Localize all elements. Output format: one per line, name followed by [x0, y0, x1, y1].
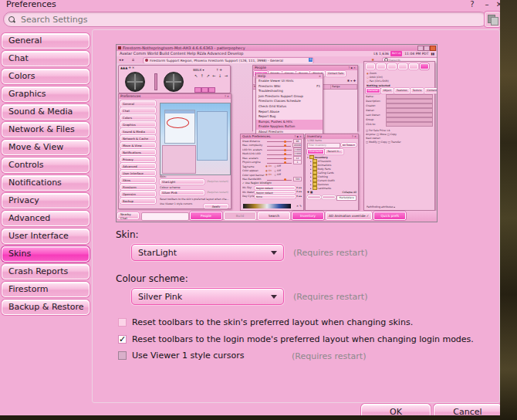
taskbar-button: Inventory	[292, 212, 324, 220]
marketplace-button: Marketplace	[336, 195, 356, 201]
preview-menubar: Avatar Comm World Build Content Help RLV…	[117, 51, 437, 56]
people-title: People	[255, 66, 266, 70]
sidebar-item[interactable]: Backup & Restore	[2, 300, 90, 315]
sidebar-item[interactable]: Advanced	[2, 211, 90, 226]
reset-toolbars-skin-label: Reset toolbars to the skin's preferred l…	[132, 317, 413, 327]
mini-sidebar-item: User Interface	[120, 170, 156, 176]
skin-preview-image: Firestorm-Nothspringtsom-Mot-AH3 4.6.6.6…	[116, 44, 438, 222]
buy-lindens-button: BUY L$	[390, 51, 402, 56]
preview-app-icon	[118, 46, 121, 49]
mini-sidebar-item: Sound & Media	[120, 128, 156, 134]
preview-titlebar: Firestorm-Nothspringtsom-Mot-AH3 4.6.6.6…	[117, 45, 438, 51]
help-menu-item: Join Firestorm Support Group	[256, 94, 323, 100]
mini-prefs-sidebar: GeneralChatColorsGraphicsSound & MediaNe…	[120, 100, 156, 204]
minimize-button[interactable]: –	[482, 0, 492, 8]
permission-line: □ Modify □ Copy □ Transfer	[366, 140, 433, 144]
taskbar-button: Build	[224, 212, 256, 220]
inventory-filter: Filter Inventory	[307, 143, 340, 148]
copy-settings-button[interactable]	[484, 11, 502, 28]
search-input[interactable]	[19, 14, 482, 25]
viewer1-cursors-label: Use Viewer 1 style cursors	[132, 351, 245, 361]
mini-sidebar-item: Firestorm	[120, 184, 156, 190]
help-menu-item: Enable Spyglass Button	[256, 124, 323, 130]
scheme-label: Colour scheme:	[116, 273, 188, 284]
people-column: Range	[331, 85, 357, 89]
sidebar-item[interactable]: Chat	[2, 51, 90, 66]
sidebar: General Chat Colors Graphics Sound & Med…	[2, 33, 90, 315]
mini-sidebar-item: Skins	[120, 177, 156, 183]
chevron-down-icon	[271, 295, 277, 299]
skin-label: Skin:	[116, 229, 139, 240]
sidebar-item[interactable]: General	[2, 33, 90, 49]
sidebar-item[interactable]: Controls	[2, 158, 90, 173]
windlight-dropdown: WL Sky: Region default ▾ ◂ ▸	[241, 186, 303, 191]
preferences-window: Preferences ? – ✕ General Chat Colors Gr…	[0, 0, 517, 420]
folder-icon	[313, 186, 317, 190]
mini-sidebar-item: Advanced	[120, 163, 156, 169]
clock: 11:04 PM PDT	[402, 51, 431, 56]
nearby-chat-button: Nearby Chat	[117, 212, 139, 219]
reset-toolbars-login-checkbox[interactable]: ✓	[118, 335, 127, 344]
edit-tools-panel: ◉Zoom ○Orbit (Ctrl) ○Pan (Ctrl+Shift) No…	[363, 61, 435, 211]
mini-preferences-window: Preferences? ✕ GeneralChatColorsGraphics…	[118, 93, 231, 209]
pan-pad	[164, 72, 184, 92]
sidebar-item[interactable]: Colors	[2, 69, 90, 84]
mini-apply-button: Apply	[204, 204, 228, 208]
reset-toolbars-skin-checkbox[interactable]	[118, 318, 127, 327]
sidebar-item[interactable]: Skins	[2, 246, 90, 262]
search-bar[interactable]	[3, 12, 488, 27]
edit-field: Click to:	[366, 122, 433, 127]
help-menu-item: Check Grid Status	[256, 104, 323, 110]
mini-sidebar-item: Colors	[120, 114, 156, 120]
inventory-panel: Inventory? ✕ 1,582 items Filter Inventor…	[305, 134, 359, 211]
help-menu-item: Troubleshooting	[256, 89, 323, 94]
nested-preview	[160, 103, 231, 175]
pathfinding-label: Pathfinding attributes ▴	[367, 205, 395, 208]
sidebar-item[interactable]: Move & View	[2, 140, 90, 155]
maturity-badge: G	[309, 58, 313, 62]
move-arrows: ↖ ↑ ↗ ← ↓ → ↙ ↘	[194, 73, 230, 78]
sidebar-item[interactable]: User Interface	[2, 229, 90, 244]
scheme-restart-note: (Requires restart)	[293, 292, 367, 302]
edit-tab: Features	[394, 88, 410, 93]
windlight-dropdown: Day Cycle: None ▾ ◂ ▸	[241, 195, 303, 199]
help-menu-item: Report Bug	[256, 114, 323, 120]
taskbar-button: Search	[258, 212, 290, 220]
skin-dropdown[interactable]: StarLight	[131, 244, 284, 261]
edit-tab: General	[366, 88, 380, 93]
mini-sidebar-item: Chat	[120, 107, 156, 113]
sidebar-item[interactable]: Network & Files	[2, 122, 90, 137]
window-title: Preferences	[6, 0, 56, 9]
preview-taskbar: Nearby Chat PeopleBuildSearchInventoryAO…	[117, 211, 437, 222]
mini-sidebar-item: Backup	[120, 198, 156, 204]
colour-scheme-dropdown[interactable]: Silver Pink	[131, 288, 284, 305]
preview-close	[430, 46, 436, 51]
windlight-checkbox: ✓ Use Region Windlight	[242, 181, 272, 185]
mini-sidebar-item: Graphics	[120, 121, 156, 127]
search-icon	[8, 16, 15, 23]
viewer1-cursors-checkbox[interactable]	[118, 351, 127, 360]
red-annotation-ellipse	[167, 117, 189, 128]
taskbar-button: AO Animation override ✓	[326, 212, 372, 220]
reset-toolbars-login-label: Reset toolbars to the login mode's prefe…	[132, 334, 474, 344]
quick-preferences-panel: Quick Preferences.? ▪ ✕ Draw distance 96…	[240, 134, 304, 211]
sidebar-item[interactable]: Notifications	[2, 175, 90, 191]
edit-tab: Texture	[411, 88, 424, 93]
mini-scheme-dropdown: Silver Pink	[160, 190, 204, 195]
quick-prefs-title: Quick Preferences.	[242, 134, 271, 139]
sidebar-item[interactable]: Sound & Media	[2, 104, 90, 120]
people-tab: Contact Sets	[326, 71, 346, 76]
sidebar-item[interactable]: Crash Reports	[2, 264, 90, 279]
sidebar-item[interactable]: Firestorm	[2, 282, 90, 297]
help-button[interactable]: ?	[468, 0, 477, 8]
mini-sidebar-item: Privacy	[120, 156, 156, 162]
mini-sidebar-item: General	[120, 100, 156, 107]
sidebar-item[interactable]: Privacy	[2, 193, 90, 208]
chat-input	[141, 212, 189, 221]
sidebar-item[interactable]: Graphics	[2, 86, 90, 102]
help-menu-item: Bumps, Pushes & Hits	[256, 120, 323, 125]
inventory-tab: Find Items	[307, 149, 324, 154]
taskbar-button: Quick prefs	[373, 212, 406, 220]
edit-tab: Object	[381, 88, 394, 93]
camera-controls-panel: ▲▲▲ ✛ ✕ WALK ▾ ↑ ✛ ↖ ↑ ↗ ← ↓ → ↙ ↘	[118, 65, 231, 93]
